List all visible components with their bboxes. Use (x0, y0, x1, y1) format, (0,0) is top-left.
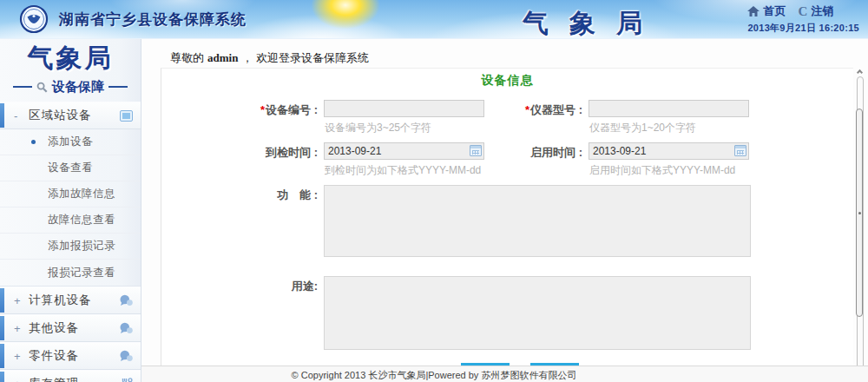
bureau-logo-icon (19, 4, 49, 34)
sidebar-subitem-view-device[interactable]: 设备查看 (0, 155, 141, 181)
sidebar-logo-text: 气象局 (0, 41, 141, 76)
enable-date-label: 启用时间 : (484, 142, 582, 161)
function-textarea[interactable] (324, 185, 751, 257)
collapse-minus-icon: - (14, 109, 21, 122)
divider-line (13, 86, 32, 88)
device-info-panel: 设备信息 *设备编号 : *仪器型号 : 设备编号为3~25个字符 仪器型号为1… (161, 68, 853, 366)
welcome-message: 尊敬的admin， 欢迎登录设备保障系统 (141, 39, 868, 66)
greeting-suffix: ， 欢迎登录设备保障系统 (241, 51, 369, 64)
top-header: 湖南省宁乡县设备保障系统 气象局 首页 C 注销 2013年9月21日 16:2… (0, 0, 868, 39)
expand-plus-icon: + (14, 294, 21, 307)
check-date-hint: 到检时间为如下格式YYYY-MM-dd (325, 163, 589, 178)
bullet-placeholder (31, 244, 36, 248)
sidebar-menu: - 区域站设备 添加设备 设备查看 添加故障信息 (0, 102, 141, 382)
active-bullet-icon (31, 140, 36, 144)
spacer (161, 257, 853, 276)
group-accent-bar (0, 344, 4, 368)
scrollbar-up-arrow-icon[interactable] (857, 68, 864, 75)
header-nav: 首页 C 注销 2013年9月21日 16:20:15 (747, 3, 859, 35)
form-hint-row: 设备编号为3~25个字符 仪器型号为1~20个字符 (325, 121, 853, 135)
sidebar-subitem-add-fault-info[interactable]: 添加故障信息 (0, 181, 141, 207)
home-icon[interactable] (747, 6, 760, 16)
home-link[interactable]: 首页 (763, 3, 786, 19)
logout-icon[interactable]: C (798, 4, 807, 19)
device-no-hint: 设备编号为3~25个字符 (325, 121, 589, 135)
username: admin (204, 51, 241, 64)
sidebar-subitem-add-damage-record[interactable]: 添加报损记录 (0, 234, 141, 260)
sidebar-subitem-view-damage-record[interactable]: 报损记录查看 (0, 260, 141, 286)
logout-link[interactable]: 注销 (811, 3, 833, 19)
subitem-label: 故障信息查看 (48, 213, 115, 227)
scrollbar-thumb[interactable] (856, 109, 863, 317)
bullet-placeholder (31, 192, 36, 196)
divider-line (108, 86, 128, 88)
main-content: 尊敬的admin， 欢迎登录设备保障系统 设备信息 *设备编号 : *仪器型号 … (141, 39, 868, 382)
bullet-placeholder (31, 218, 36, 222)
usage-label: 用途: (161, 276, 318, 294)
model-no-hint: 仪器型号为1~20个字符 (589, 121, 696, 135)
window-icon (120, 110, 133, 122)
enable-date-input[interactable] (589, 142, 749, 160)
form-row-usage: 用途: (161, 276, 853, 350)
model-no-input[interactable] (589, 100, 749, 117)
sidebar-group-other-equipment[interactable]: + 其他设备 (0, 314, 141, 342)
required-mark: * (260, 103, 265, 116)
usage-textarea[interactable] (324, 276, 751, 350)
subitem-label: 添加故障信息 (48, 187, 115, 201)
model-no-label: *仪器型号 : (484, 100, 582, 118)
form-row-ids: *设备编号 : *仪器型号 : (161, 100, 853, 118)
device-no-input[interactable] (324, 100, 484, 117)
vertical-scrollbar[interactable] (855, 68, 865, 380)
form-hint-row: 到检时间为如下格式YYYY-MM-dd 启用时间如下格式YYYY-MM-dd (325, 163, 853, 178)
enable-date-hint: 启用时间如下格式YYYY-MM-dd (589, 163, 735, 178)
form-row-dates: 到检时间 : 启用时间 : (161, 142, 853, 161)
form-title: 设备信息 (161, 69, 853, 89)
device-info-form: *设备编号 : *仪器型号 : 设备编号为3~25个字符 仪器型号为1~20个字… (161, 100, 853, 366)
copyright-text: © Copyright 2013 长沙市气象局|Powered by 苏州梦图软… (0, 369, 868, 382)
greeting-prefix: 尊敬的 (170, 51, 204, 64)
required-mark: * (525, 103, 529, 116)
group-label: 其他设备 (29, 320, 79, 336)
app-window: 湖南省宁乡县设备保障系统 气象局 首页 C 注销 2013年9月21日 16:2… (0, 0, 868, 382)
datetime-display: 2013年9月21日 16:20:15 (747, 22, 859, 35)
subitem-label: 设备查看 (48, 161, 93, 175)
sidebar-subtitle: 设备保障 (52, 79, 104, 96)
subitem-label: 添加报损记录 (48, 239, 115, 254)
calendar-icon[interactable] (734, 145, 746, 156)
sidebar-subitem-add-device[interactable]: 添加设备 (0, 129, 141, 155)
group-label: 计算机设备 (29, 293, 92, 308)
header-brand-area: 湖南省宁乡县设备保障系统 (19, 4, 247, 34)
sidebar-group-parts-equipment[interactable]: + 零件设备 (0, 342, 141, 370)
bullet-placeholder (31, 271, 36, 275)
check-date-input[interactable] (324, 142, 484, 160)
group-accent-bar (0, 103, 4, 128)
check-date-label: 到检时间 : (161, 142, 318, 161)
sidebar: 气象局 设备保障 - 区域站设备 添加设备 (0, 39, 141, 382)
group-accent-bar (0, 288, 4, 313)
bureau-brand-title: 气象局 (523, 6, 663, 42)
function-label: 功 能 : (161, 185, 318, 203)
group-label: 区域站设备 (29, 108, 92, 123)
form-row-function: 功 能 : (161, 185, 853, 257)
subitem-label: 添加设备 (48, 135, 93, 149)
calendar-icon[interactable] (470, 145, 482, 156)
group-accent-bar (0, 316, 4, 340)
sidebar-group-computer-equipment[interactable]: + 计算机设备 (0, 286, 141, 314)
search-icon (36, 82, 48, 93)
sidebar-subitem-view-fault-info[interactable]: 故障信息查看 (0, 207, 141, 234)
sidebar-subtitle-row: 设备保障 (0, 77, 141, 96)
chat-icon (119, 350, 133, 362)
expand-plus-icon: + (14, 350, 21, 363)
bullet-placeholder (31, 166, 36, 170)
group-label: 零件设备 (29, 348, 79, 364)
footer: © Copyright 2013 长沙市气象局|Powered by 苏州梦图软… (141, 366, 868, 382)
chat-icon (119, 322, 133, 334)
subitem-label: 报损记录查看 (48, 266, 115, 280)
chat-icon (119, 294, 133, 306)
system-title: 湖南省宁乡县设备保障系统 (59, 10, 247, 30)
sidebar-submenu: 添加设备 设备查看 添加故障信息 故障信息查看 添加报损记录 (0, 129, 141, 286)
expand-plus-icon: + (14, 322, 21, 335)
sidebar-group-region-station[interactable]: - 区域站设备 (0, 102, 141, 129)
device-no-label: *设备编号 : (161, 100, 318, 118)
